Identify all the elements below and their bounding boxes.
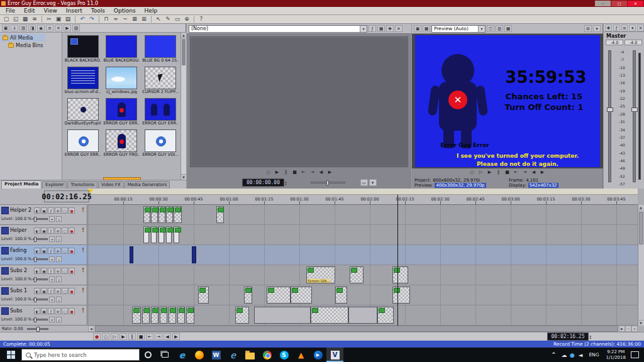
- scroll-down-icon[interactable]: ▼: [181, 174, 186, 180]
- mixer-dock-icon[interactable]: ▾: [629, 25, 636, 31]
- insert-fx-icon[interactable]: ƒ: [613, 25, 620, 31]
- timeline-clip[interactable]: [151, 206, 158, 223]
- media-item[interactable]: cj_windows.jpg: [103, 67, 142, 98]
- paste-icon[interactable]: ▤: [64, 16, 72, 23]
- preview-start-icon[interactable]: ⇤: [513, 169, 519, 176]
- play-from-start-button[interactable]: ▷: [111, 333, 118, 340]
- timeline-clip[interactable]: [291, 287, 312, 304]
- track-name[interactable]: Helper: [10, 228, 33, 233]
- media-item[interactable]: ERROR GUY FRO...: [103, 129, 142, 161]
- track-track-fx-icon[interactable]: ƒ: [48, 207, 54, 214]
- track-track-motion-icon[interactable]: ▣: [41, 228, 47, 234]
- transport-timecode[interactable]: 00:02:16.25: [547, 332, 589, 341]
- go-to-end-button[interactable]: ⇥: [155, 333, 162, 340]
- timeline-clip[interactable]: [377, 307, 394, 324]
- scroll-up-icon[interactable]: ▲: [181, 33, 186, 38]
- timecode-spinner[interactable]: ▴ ▾: [589, 334, 591, 339]
- track-expand-icon[interactable]: ↓: [56, 297, 62, 302]
- scroll-left-icon[interactable]: ◀: [88, 326, 94, 332]
- scroll-thumb[interactable]: [95, 326, 618, 332]
- menu-help[interactable]: Help: [140, 8, 162, 14]
- trimmer-pause-icon[interactable]: ∥: [282, 169, 289, 176]
- timeline-hscrollbar[interactable]: ◀ ▶ − +: [88, 326, 638, 332]
- chevron-down-icon[interactable]: ▾: [478, 26, 485, 32]
- spin-down-icon[interactable]: ▾: [285, 183, 287, 185]
- media-item[interactable]: blue-screen-of-d...: [64, 67, 103, 98]
- timeline-clip[interactable]: Screen Glit...: [306, 266, 335, 283]
- media-item[interactable]: ERROR GUY ERR...: [64, 129, 103, 161]
- track-icon[interactable]: [1, 247, 9, 255]
- slider-knob[interactable]: [34, 277, 36, 282]
- preview-loop-icon[interactable]: ○: [469, 169, 475, 176]
- track-header[interactable]: Fading◐▣ƒ⊘○●!Level: 100.0 %▾↓: [0, 245, 87, 265]
- timeline-clip[interactable]: [143, 206, 150, 223]
- track-name[interactable]: Subs: [10, 308, 33, 314]
- tree-item-media-bins[interactable]: Media Bins: [6, 41, 51, 49]
- maximize-button[interactable]: □: [611, 1, 627, 6]
- timeline-clip[interactable]: [311, 307, 348, 324]
- timeline-clip[interactable]: [235, 307, 249, 324]
- menu-options[interactable]: Options: [109, 8, 140, 14]
- get-photo-icon[interactable]: ◨: [28, 25, 36, 31]
- trimmer-stop-icon[interactable]: ■: [291, 169, 298, 176]
- timeline-clip[interactable]: [392, 266, 408, 283]
- track-bypass-fx-icon[interactable]: ◐: [34, 308, 40, 314]
- selection-edit-tool-icon[interactable]: ▭: [173, 16, 182, 23]
- track-header[interactable]: Subs 2◐▣ƒ⊘○●!Level: 100.0 %▾↓: [0, 265, 87, 285]
- track-arm-icon[interactable]: ●: [69, 288, 75, 294]
- track-bypass-fx-icon[interactable]: ◐: [34, 268, 40, 274]
- preview-pause-icon[interactable]: ∥: [495, 169, 502, 176]
- start-button[interactable]: [0, 348, 21, 362]
- track-mute-icon[interactable]: ⊘: [55, 228, 61, 234]
- timeline-clip[interactable]: [174, 226, 179, 243]
- preview-stop-icon[interactable]: ■: [504, 169, 511, 176]
- save-preset-icon[interactable]: ▦: [377, 25, 385, 32]
- word-button[interactable]: W: [208, 348, 225, 362]
- track-arm-icon[interactable]: ●: [69, 228, 75, 234]
- track-level-slider[interactable]: [33, 299, 48, 300]
- menu-view[interactable]: View: [40, 8, 62, 14]
- menu-edit[interactable]: Edit: [19, 8, 39, 14]
- track-icon[interactable]: [1, 227, 9, 234]
- playback-rate-slider[interactable]: [27, 328, 48, 330]
- timeline-clip[interactable]: [192, 246, 196, 263]
- slider-knob[interactable]: [326, 180, 329, 185]
- track-track-motion-icon[interactable]: ▣: [41, 207, 47, 214]
- timeline-clip[interactable]: [177, 307, 185, 324]
- media-scrollbar[interactable]: ▲ ▼: [180, 33, 186, 180]
- project-properties-icon[interactable]: ▣: [414, 25, 421, 32]
- track-expand-icon[interactable]: ↓: [56, 256, 62, 262]
- timeline-clip[interactable]: [142, 307, 150, 324]
- media-item[interactable]: ERROR GUY ERR...: [141, 98, 180, 129]
- playhead-cursor[interactable]: [397, 195, 398, 326]
- track-name[interactable]: Fading: [10, 248, 33, 253]
- timeline-vscrollbar[interactable]: ▲ ▼: [638, 205, 644, 326]
- track-icon[interactable]: [1, 267, 9, 275]
- zoom-out-icon[interactable]: −: [625, 326, 631, 332]
- track-solo-icon[interactable]: ○: [62, 308, 68, 314]
- tab-project-media[interactable]: Project Media: [1, 180, 42, 189]
- update-icon[interactable]: ●: [568, 352, 576, 358]
- timeline-clip[interactable]: [158, 206, 165, 223]
- tray-expand-icon[interactable]: ^: [550, 352, 557, 358]
- media-item[interactable]: BLUE BG 0 64 25...: [141, 35, 180, 67]
- tree-item-all-media[interactable]: All Media: [0, 34, 45, 41]
- copy-icon[interactable]: ▣: [54, 16, 63, 23]
- timeline-clip[interactable]: [254, 307, 311, 324]
- track-track-fx-icon[interactable]: ƒ: [48, 228, 54, 234]
- snap-icon[interactable]: ⊓: [102, 16, 111, 23]
- scroll-right-icon[interactable]: ▶: [619, 326, 625, 332]
- vegas-pro-button[interactable]: V: [326, 348, 343, 362]
- track-name[interactable]: Helper 2: [10, 207, 33, 213]
- stop-button[interactable]: ■: [137, 333, 145, 340]
- menu-file[interactable]: File: [1, 8, 19, 14]
- fader-thumb[interactable]: [607, 107, 613, 112]
- track-track-motion-icon[interactable]: ▣: [41, 308, 47, 314]
- track-icon[interactable]: [1, 287, 9, 295]
- trimmer-overlay-icon[interactable]: ▭: [360, 179, 368, 186]
- media-item[interactable]: CURSOR 2 FLIPP...: [141, 67, 180, 98]
- track-lane[interactable]: [88, 285, 638, 305]
- track-solo-icon[interactable]: ○: [62, 288, 68, 294]
- timeline-clip[interactable]: [348, 307, 377, 324]
- track-mute-icon[interactable]: ⊘: [55, 207, 61, 214]
